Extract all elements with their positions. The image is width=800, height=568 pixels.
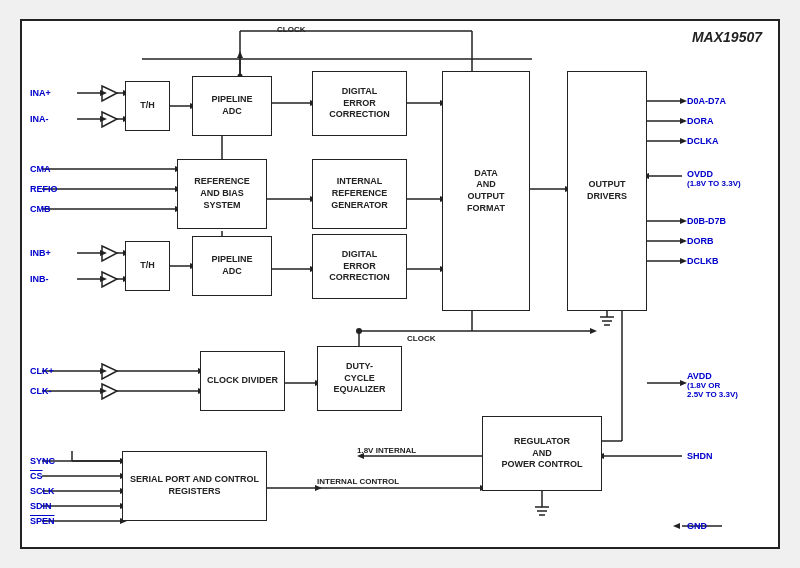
th-a-block: T/H	[125, 81, 170, 131]
svg-marker-26	[100, 90, 107, 96]
svg-marker-27	[102, 86, 117, 101]
refio-label: REFIO	[30, 184, 58, 194]
svg-marker-107	[680, 258, 687, 264]
sync-label: SYNC	[30, 456, 55, 466]
svg-marker-122	[237, 51, 243, 58]
diagram-container: MAX19507	[20, 19, 780, 549]
svg-marker-105	[680, 238, 687, 244]
pipeline-adc-a-block: PIPELINEADC	[192, 76, 272, 136]
spen-label: SPEN	[30, 516, 55, 526]
clock-top-label: CLOCK	[277, 25, 305, 34]
svg-marker-52	[100, 368, 107, 374]
svg-marker-90	[680, 380, 687, 386]
d0b-d7b-label: D0B-D7B	[687, 216, 726, 226]
ref-bias-block: REFERENCEAND BIASSYSTEM	[177, 159, 267, 229]
ina-plus-label: INA+	[30, 88, 51, 98]
dclkb-label: DCLKB	[687, 256, 719, 266]
svg-marker-95	[680, 98, 687, 104]
clock-divider-block: CLOCK DIVIDER	[200, 351, 285, 411]
svg-marker-42	[102, 272, 117, 287]
svg-marker-36	[100, 250, 107, 256]
svg-marker-58	[102, 384, 117, 399]
chip-title: MAX19507	[692, 29, 762, 45]
cma-label: CMA	[30, 164, 51, 174]
serial-port-block: SERIAL PORT AND CONTROL REGISTERS	[122, 451, 267, 521]
d0a-d7a-label: D0A-D7A	[687, 96, 726, 106]
pipeline-adc-b-block: PIPELINEADC	[192, 236, 272, 296]
avdd-label: AVDD	[687, 371, 712, 381]
svg-marker-97	[680, 118, 687, 124]
output-drivers-block: OUTPUTDRIVERS	[567, 71, 647, 311]
inb-minus-label: INB-	[30, 274, 49, 284]
avdd-note: (1.8V OR2.5V TO 3.3V)	[687, 381, 738, 399]
ovdd-label: OVDD	[687, 169, 713, 179]
svg-marker-31	[100, 116, 107, 122]
clock-bottom-label: CLOCK	[407, 334, 435, 343]
clk-plus-label: CLK+	[30, 366, 54, 376]
shdn-label: SHDN	[687, 451, 713, 461]
th-b-block: T/H	[125, 241, 170, 291]
svg-marker-41	[100, 276, 107, 282]
dorb-label: DORB	[687, 236, 714, 246]
dec-a-block: DIGITALERRORCORRECTION	[312, 71, 407, 136]
svg-marker-103	[680, 218, 687, 224]
duty-cycle-block: DUTY-CYCLEEQUALIZER	[317, 346, 402, 411]
svg-point-66	[356, 328, 362, 334]
clk-minus-label: CLK-	[30, 386, 52, 396]
gnd-label: GND	[687, 521, 707, 531]
int-ref-block: INTERNALREFERENCEGENERATOR	[312, 159, 407, 229]
dora-label: DORA	[687, 116, 714, 126]
cmb-label: CMB	[30, 204, 51, 214]
svg-marker-99	[680, 138, 687, 144]
ina-minus-label: INA-	[30, 114, 49, 124]
ovdd-note: (1.8V TO 3.3V)	[687, 179, 741, 188]
dec-b-block: DIGITALERRORCORRECTION	[312, 234, 407, 299]
sclk-label: SCLK	[30, 486, 55, 496]
cs-label: CS	[30, 471, 43, 481]
svg-marker-32	[102, 112, 117, 127]
svg-marker-70	[590, 328, 597, 334]
data-output-format-block: DATAANDOUTPUTFORMAT	[442, 71, 530, 311]
dclka-label: DCLKA	[687, 136, 719, 146]
svg-marker-37	[102, 246, 117, 261]
svg-marker-109	[673, 523, 680, 529]
internal-control-label: INTERNAL CONTROL	[317, 477, 399, 486]
svg-marker-53	[102, 364, 117, 379]
regulator-block: REGULATORANDPOWER CONTROL	[482, 416, 602, 491]
inb-plus-label: INB+	[30, 248, 51, 258]
sdin-label: SDIN	[30, 501, 52, 511]
internal-18v-label: 1.8V INTERNAL	[357, 446, 416, 455]
svg-marker-57	[100, 388, 107, 394]
